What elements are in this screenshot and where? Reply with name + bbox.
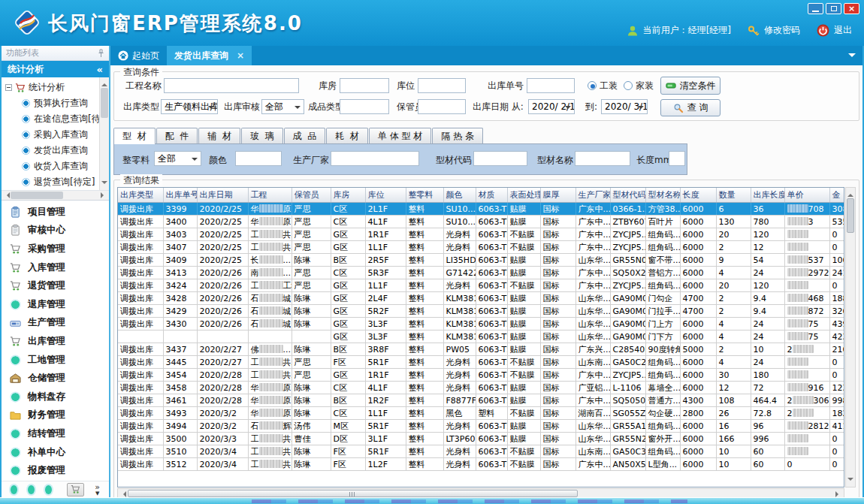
material-tab[interactable]: 单 体 型 材 <box>369 128 431 143</box>
scroll-thumb[interactable] <box>11 192 63 199</box>
scroll-down-icon[interactable] <box>847 478 853 484</box>
column-header[interactable]: 出库日期 <box>197 188 248 203</box>
profile-name-input[interactable] <box>575 151 630 166</box>
tree-root-node[interactable]: 统计分析 <box>2 80 109 95</box>
tree-item[interactable]: 在途信息查询[待 <box>2 111 109 127</box>
column-header[interactable]: 型材代码 <box>610 188 645 203</box>
column-header[interactable]: 数量 <box>716 188 751 203</box>
clear-conditions-button[interactable]: 清空条件 <box>660 77 721 95</box>
order-no-input[interactable] <box>527 78 575 93</box>
date-from-picker[interactable]: 2020/ 2/16 <box>528 99 575 114</box>
material-tab[interactable]: 成 品 <box>284 128 326 143</box>
material-tab[interactable]: 玻 璃 <box>241 128 283 143</box>
scroll-thumb[interactable] <box>128 490 578 497</box>
tree-item[interactable]: 预算执行查询 <box>2 95 109 111</box>
project-name-input[interactable] <box>164 78 299 93</box>
expander-icon[interactable] <box>5 84 12 91</box>
logout-link[interactable]: 退出 <box>834 24 852 37</box>
tab-close-icon[interactable]: × <box>237 50 244 61</box>
tree-item[interactable]: 发货出库查询 <box>2 143 109 158</box>
sidebar-menu-item[interactable]: 结转管理 <box>2 424 109 443</box>
column-header[interactable]: 颜色 <box>443 188 476 203</box>
tree-vertical-scrollbar[interactable] <box>99 77 109 190</box>
column-header[interactable]: 表面处理 <box>507 188 540 203</box>
tab-home[interactable]: 起始页 <box>110 46 167 65</box>
table-row[interactable]: 调拨出库34302020/2/26石城陈琳G区3L3F整料KLM38176063… <box>118 318 844 330</box>
material-tab[interactable]: 型 材 <box>113 128 156 144</box>
length-input[interactable] <box>669 151 685 166</box>
out-type-select[interactable]: 生产领料出库 <box>161 99 218 114</box>
audit-select[interactable]: 全部 <box>261 99 304 114</box>
table-row[interactable]: 调拨出库35122020/3/4工共工程陈琳F区1L2F整料光身料6063-T5… <box>118 458 844 471</box>
column-header[interactable]: 生产厂家 <box>575 188 610 203</box>
table-row[interactable]: 调拨出库34292020/2/26石城陈琳G区5R2F整料KLM38176063… <box>118 305 844 318</box>
material-tab[interactable]: 辅 材 <box>198 128 240 143</box>
column-header[interactable]: 库房 <box>331 188 365 203</box>
overflow-chevron[interactable]: »▼ <box>95 483 100 496</box>
tab-shipment-outbound-query[interactable]: 发货出库查询 × <box>167 46 252 65</box>
location-input[interactable] <box>418 78 466 93</box>
table-row[interactable]: 调拨出库33992020/2/25华原...严思C区2L1F整料SU10...6… <box>118 203 844 216</box>
column-header[interactable]: 出库类型 <box>118 188 163 203</box>
column-header[interactable]: 库位 <box>365 188 406 203</box>
scroll-thumb[interactable] <box>101 88 108 118</box>
tabstrip-dropdown-icon[interactable] <box>848 53 856 61</box>
pin-icon[interactable] <box>98 49 104 58</box>
radio-engineering[interactable]: 工装 <box>588 78 618 93</box>
search-button[interactable]: 查 询 <box>660 99 721 116</box>
tree-item[interactable]: 收货入库查询 <box>2 158 109 174</box>
dot-icon[interactable] <box>11 485 17 494</box>
tree-horizontal-scrollbar[interactable] <box>2 191 109 201</box>
collapse-icon[interactable]: « <box>97 64 103 75</box>
dot-icon[interactable] <box>28 485 35 494</box>
table-row[interactable]: 调拨出库35002020/3/3工共工程曹佳D区3L1F整料LT3P606063… <box>118 433 844 445</box>
scroll-up-icon[interactable] <box>847 191 853 197</box>
keeper-input[interactable] <box>418 99 466 114</box>
column-header[interactable]: 膜厚 <box>540 188 575 203</box>
sidebar-menu-item[interactable]: 财务管理 <box>2 406 109 425</box>
scroll-down-icon[interactable] <box>101 181 107 187</box>
table-row[interactable]: 调拨出库34612020/2/28华原...陈琳B区1R2F整料F8877FT6… <box>118 394 844 407</box>
warehouse-input[interactable] <box>340 78 389 93</box>
column-header[interactable]: 工程 <box>248 188 292 203</box>
tree-item[interactable]: 采购入库查询 <box>2 127 109 143</box>
profile-code-input[interactable] <box>473 151 527 166</box>
table-row[interactable]: 调拨出库34942020/3/2石辉城汤伟M区5R1F整料光身料6063-T5贴… <box>118 420 844 433</box>
scroll-thumb[interactable] <box>847 198 854 233</box>
table-row[interactable]: 调拨出库34092020/2/25长...陈琳B区2R5F整料LI35HD606… <box>118 254 844 267</box>
manufacturer-input[interactable] <box>331 151 419 166</box>
scroll-right-icon[interactable] <box>835 491 841 497</box>
grid-vertical-scrollbar[interactable] <box>845 187 856 487</box>
maximize-button[interactable] <box>826 3 841 14</box>
tree-item[interactable]: 退货查询[待定] <box>2 174 109 190</box>
date-to-picker[interactable]: 2020/ 3/16 <box>601 99 648 114</box>
scroll-up-icon[interactable] <box>101 80 107 86</box>
table-row[interactable]: 调拨出库35102020/3/4工共工程陈琳F区5R1F整料光身料6063-T5… <box>118 445 844 458</box>
sidebar-menu-item[interactable]: 入库管理 <box>2 258 109 277</box>
dot-icon[interactable] <box>45 485 52 494</box>
material-tab[interactable]: 隔 热 条 <box>432 128 483 143</box>
sidebar-menu-item[interactable]: 项目管理 <box>2 203 109 222</box>
column-header[interactable]: 保管员 <box>292 188 331 203</box>
scroll-left-icon[interactable] <box>120 491 126 497</box>
table-row[interactable]: 调拨出库34072020/2/25工共工程严思G区1L1F整料光身料6063-T… <box>118 241 844 254</box>
column-header[interactable]: 单价 <box>784 188 829 203</box>
sidebar-menu-item[interactable]: 采购管理 <box>2 240 109 258</box>
scroll-right-icon[interactable] <box>101 192 107 198</box>
product-type-input[interactable] <box>340 99 389 114</box>
sidebar-menu-item[interactable]: 补单中心 <box>2 443 109 462</box>
color-input[interactable] <box>235 151 282 166</box>
column-header[interactable]: 出库长度 <box>751 188 784 203</box>
table-row[interactable]: 调拨出库34282020/2/26石城陈琳G区2L4F整料KLM38176063… <box>118 292 844 305</box>
sidebar-menu-item[interactable]: 出库管理 <box>2 332 109 351</box>
material-tab[interactable]: 耗 材 <box>326 128 368 143</box>
sidebar-menu-item[interactable]: 审核中心 <box>2 222 109 240</box>
column-header[interactable]: 长度 <box>680 188 716 203</box>
table-row[interactable]: 调拨出库34582020/2/28华原...陈琳C区4L1F整料光身料6063-… <box>118 382 844 394</box>
table-row[interactable]: G区3L3F整料KLM38176063-T5贴膜国标山东华...GA90M09.… <box>118 330 844 343</box>
table-row[interactable]: 调拨出库34452020/2/27工共工程严思F区5R1F整料光身料6063-T… <box>118 356 844 369</box>
sidebar-menu-item[interactable]: 退货管理 <box>2 276 109 295</box>
close-button[interactable]: × <box>844 3 859 14</box>
column-header[interactable]: 材质 <box>476 188 507 203</box>
sidebar-menu-item[interactable]: 工地管理 <box>2 351 109 370</box>
